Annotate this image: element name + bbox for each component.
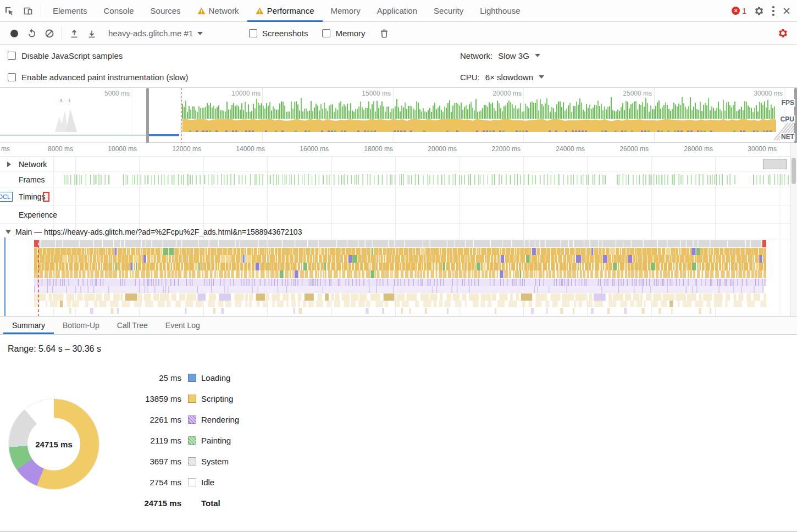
tab-event-log[interactable]: Event Log <box>157 317 209 334</box>
history-selected-value: heavy-ads.glitch.me #1 <box>108 29 193 38</box>
frames-track-label: Frames <box>19 175 45 184</box>
collapse-arrow-icon[interactable] <box>5 230 11 234</box>
ruler-label: 14000 ms <box>226 145 265 153</box>
details-tab-bar: Summary Bottom-Up Call Tree Event Log <box>0 316 797 335</box>
timeline-overview[interactable]: 5000 ms 10000 ms 15000 ms 20000 ms 25000… <box>0 88 797 143</box>
experience-track[interactable]: Experience <box>0 206 790 224</box>
donut-hole: 24715 ms <box>27 418 80 470</box>
timings-track[interactable]: DCL Timings <box>0 187 790 206</box>
load-profile-button[interactable] <box>65 25 83 42</box>
flame-chart-canvas[interactable] <box>0 240 790 316</box>
tab-label: Event Log <box>165 321 200 330</box>
advanced-paint-checkbox[interactable] <box>8 73 16 81</box>
vertical-scrollbar[interactable] <box>790 143 797 316</box>
network-throttling-label: Network: <box>460 51 492 60</box>
tab-performance[interactable]: Performance <box>247 0 323 22</box>
network-track[interactable]: Network <box>0 157 790 172</box>
tab-call-tree[interactable]: Call Tree <box>108 317 157 334</box>
tab-security[interactable]: Security <box>425 0 472 22</box>
disable-js-samples-toggle[interactable]: Disable JavaScript samples <box>8 45 123 66</box>
reload-record-button[interactable] <box>23 25 41 42</box>
tab-label: Performance <box>267 6 314 15</box>
network-track-label: Network <box>19 160 47 169</box>
dcl-marker[interactable]: DCL <box>0 192 13 202</box>
disable-js-samples-checkbox[interactable] <box>8 52 16 60</box>
main-track-header[interactable]: Main — https://heavy-ads.glitch.me/?ad=%… <box>0 224 790 240</box>
network-request-bar[interactable] <box>763 159 787 169</box>
tab-lighthouse[interactable]: Lighthouse <box>472 0 528 22</box>
divider <box>41 4 41 18</box>
tab-elements[interactable]: Elements <box>45 0 96 22</box>
capture-settings-gear-icon[interactable] <box>774 25 792 42</box>
device-toolbar-icon[interactable] <box>19 2 37 20</box>
tab-summary[interactable]: Summary <box>3 317 54 334</box>
ruler-label: 28000 ms <box>674 145 713 153</box>
range-text: Range: 5.64 s – 30.36 s <box>8 344 101 354</box>
capture-options-panel: Disable JavaScript samples Network: Slow… <box>0 45 797 88</box>
tab-memory[interactable]: Memory <box>323 0 369 22</box>
legend-label: Loading <box>201 373 230 383</box>
screenshots-checkbox[interactable] <box>249 29 257 37</box>
memory-checkbox[interactable] <box>322 29 330 37</box>
disable-js-samples-label: Disable JavaScript samples <box>21 51 123 60</box>
summary-legend: 25 ms Loading 13859 ms Scripting 2261 ms… <box>126 372 239 509</box>
legend-label: Idle <box>201 478 214 487</box>
tab-label: Console <box>104 6 134 15</box>
lcp-marker[interactable] <box>43 192 49 202</box>
legend-label: Rendering <box>201 415 239 424</box>
system-swatch <box>188 457 196 465</box>
loading-swatch <box>188 374 196 382</box>
chevron-down-icon <box>197 32 203 35</box>
frames-track[interactable]: Frames <box>0 172 790 187</box>
tab-console[interactable]: Console <box>96 0 142 22</box>
scrollbar-thumb[interactable] <box>792 158 796 184</box>
chevron-down-icon <box>539 75 544 79</box>
settings-gear-icon[interactable] <box>754 6 764 16</box>
summary-donut-chart: 24715 ms <box>9 399 99 489</box>
frames-chart[interactable] <box>0 172 790 187</box>
main-flame-chart[interactable] <box>0 240 790 316</box>
recording-history-select[interactable]: heavy-ads.glitch.me #1 <box>108 29 235 38</box>
error-count-badge[interactable]: × 1 <box>732 7 746 15</box>
record-button[interactable] <box>5 25 23 42</box>
legend-row-loading: 25 ms Loading <box>126 372 239 384</box>
tab-network[interactable]: Network <box>189 0 247 22</box>
rendering-swatch <box>188 415 196 424</box>
memory-toggle[interactable]: Memory <box>322 29 365 38</box>
timeline-tracks: Network Frames DCL Timings Experience Ma… <box>0 157 790 316</box>
tab-bottom-up[interactable]: Bottom-Up <box>54 317 108 334</box>
ruler-label: ms <box>0 145 10 153</box>
devtools-window: Elements Console Sources Network Perform… <box>0 0 797 532</box>
overview-chart[interactable] <box>0 88 797 143</box>
cpu-throttling-select[interactable]: 6× slowdown <box>485 73 544 82</box>
performance-toolbar: heavy-ads.glitch.me #1 Screenshots Memor… <box>0 23 797 45</box>
divider <box>62 27 62 40</box>
collect-garbage-button[interactable] <box>375 25 393 42</box>
network-throttling-select[interactable]: Slow 3G <box>498 51 540 60</box>
legend-total-value: 24715 ms <box>126 498 181 508</box>
advanced-paint-toggle[interactable]: Enable advanced paint instrumentation (s… <box>8 66 189 88</box>
cpu-throttling-control: CPU: 6× slowdown <box>460 66 544 88</box>
expand-arrow-icon[interactable] <box>7 162 11 167</box>
legend-row-total: 24715 ms Total <box>126 497 239 509</box>
legend-value: 13859 ms <box>126 394 181 403</box>
tab-application[interactable]: Application <box>369 0 425 22</box>
screenshots-label: Screenshots <box>262 29 308 38</box>
screenshots-toggle[interactable]: Screenshots <box>249 29 308 38</box>
tab-sources[interactable]: Sources <box>142 0 189 22</box>
close-icon[interactable]: × <box>783 5 790 16</box>
ruler-label: 10000 ms <box>98 145 137 153</box>
more-options-icon[interactable] <box>772 5 775 16</box>
idle-swatch <box>188 478 196 486</box>
inspect-element-icon[interactable] <box>0 2 19 20</box>
clear-recordings-button[interactable] <box>41 25 58 42</box>
legend-value: 2261 ms <box>126 415 181 424</box>
ruler-label: 20000 ms <box>418 145 457 153</box>
cpu-throttling-value: 6× slowdown <box>485 73 533 82</box>
tab-label: Bottom-Up <box>63 321 99 330</box>
summary-pane: Range: 5.64 s – 30.36 s 24715 ms 25 ms L… <box>0 335 797 531</box>
save-profile-button[interactable] <box>83 25 101 42</box>
tab-label: Network <box>209 6 239 15</box>
timeline-ruler: ms 8000 ms 10000 ms 12000 ms 14000 ms 16… <box>0 143 790 157</box>
timeline-panel: ms 8000 ms 10000 ms 12000 ms 14000 ms 16… <box>0 143 797 316</box>
